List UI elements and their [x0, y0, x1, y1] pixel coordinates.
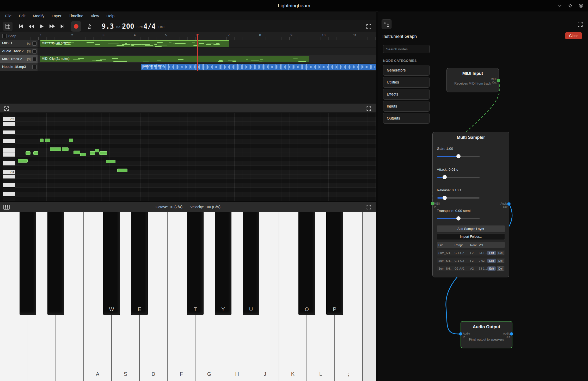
- piano-roll-note[interactable]: [45, 139, 50, 142]
- track-lane[interactable]: MIDI Clip (21 notes): [38, 55, 376, 63]
- tempo-display[interactable]: 200 BPM: [122, 20, 144, 32]
- snap-checkbox[interactable]: [2, 34, 7, 38]
- menu-help[interactable]: Help: [103, 11, 118, 20]
- keystrip-key[interactable]: [3, 166, 15, 170]
- track-lane[interactable]: [38, 47, 376, 55]
- track-lane[interactable]: MIDI Clip (40 notes): [38, 40, 376, 47]
- slider-track[interactable]: [437, 177, 480, 178]
- keystrip-key[interactable]: [3, 192, 15, 197]
- category-effects[interactable]: Effects: [383, 89, 430, 100]
- sampler-midi-in-port[interactable]: [431, 202, 434, 205]
- audio-clip[interactable]: Noodle 18.mp3: [141, 64, 376, 70]
- piano-roll-note[interactable]: [26, 151, 30, 155]
- keystrip-key[interactable]: C4: [3, 170, 15, 175]
- audio-output-in-port[interactable]: [459, 332, 462, 336]
- keystrip-key[interactable]: [3, 183, 15, 188]
- piano-roll-grid[interactable]: [15, 113, 376, 201]
- record-button[interactable]: [71, 21, 81, 32]
- track-checkbox[interactable]: [32, 65, 36, 69]
- import-folder-button[interactable]: Import Folder...: [437, 233, 505, 240]
- track-checkbox[interactable]: [32, 49, 36, 53]
- menu-file[interactable]: File: [2, 11, 15, 20]
- keystrip-key[interactable]: C5: [3, 117, 15, 122]
- slider-track[interactable]: [437, 197, 480, 199]
- category-inputs[interactable]: Inputs: [383, 101, 430, 112]
- keystrip-key[interactable]: [3, 179, 15, 183]
- piano-roll-note[interactable]: [69, 139, 73, 142]
- menu-timeline[interactable]: Timeline: [65, 11, 87, 20]
- slider-knob[interactable]: [456, 216, 461, 221]
- piano-roll-fit-button[interactable]: [3, 105, 10, 112]
- black-key[interactable]: Y: [215, 212, 231, 315]
- piano-roll-note[interactable]: [33, 151, 38, 155]
- black-key[interactable]: [20, 212, 36, 315]
- fast-forward-button[interactable]: [48, 23, 56, 30]
- edit-sample-button[interactable]: Edit: [487, 259, 496, 263]
- slider-knob[interactable]: [443, 175, 447, 179]
- black-key[interactable]: E: [131, 212, 148, 315]
- menu-view[interactable]: View: [87, 11, 103, 20]
- category-outputs[interactable]: Outputs: [383, 113, 430, 124]
- node-audio-output[interactable]: Audio Output AudioIn AudioOut Final outp…: [461, 321, 512, 348]
- delete-sample-button[interactable]: Del: [497, 259, 504, 263]
- play-button[interactable]: [38, 23, 45, 30]
- piano-roll-note[interactable]: [18, 159, 28, 163]
- search-nodes-input[interactable]: [383, 45, 430, 53]
- slider-track[interactable]: [437, 156, 480, 157]
- black-key[interactable]: [47, 212, 64, 315]
- timeline-fullscreen-button[interactable]: [365, 23, 373, 31]
- keystrip-key[interactable]: [3, 148, 15, 152]
- slider-track[interactable]: [437, 218, 480, 219]
- skip-start-button[interactable]: [17, 23, 24, 30]
- piano-roll-note[interactable]: [117, 169, 127, 172]
- piano-roll-fullscreen-button[interactable]: [365, 105, 372, 112]
- keystrip-key[interactable]: [3, 197, 15, 201]
- piano-roll-note[interactable]: [50, 147, 61, 151]
- keystrip-key[interactable]: [3, 122, 15, 126]
- track-header[interactable]: MIDI 1[A]: [0, 40, 38, 47]
- delete-sample-button[interactable]: Del: [497, 266, 504, 271]
- track-checkbox[interactable]: [32, 41, 36, 46]
- clear-graph-button[interactable]: Clear: [565, 32, 582, 39]
- minimize-icon[interactable]: [558, 4, 562, 8]
- midi-clip[interactable]: MIDI Clip (40 notes): [40, 40, 229, 47]
- keystrip-key[interactable]: [3, 113, 15, 117]
- black-key[interactable]: W: [103, 212, 120, 315]
- delete-sample-button[interactable]: Del: [497, 251, 504, 255]
- audio-output-out-port[interactable]: [510, 332, 513, 336]
- white-key[interactable]: [363, 212, 376, 381]
- black-key[interactable]: T: [187, 212, 204, 315]
- midi-out-port[interactable]: [497, 79, 500, 82]
- track-header[interactable]: Noodle 18.mp3: [0, 63, 38, 71]
- timeline-ruler[interactable]: Snap 1234567891011: [0, 32, 376, 40]
- piano-roll-playhead[interactable]: [50, 113, 50, 201]
- piano-roll-note[interactable]: [62, 147, 69, 151]
- piano-roll-keystrip[interactable]: C5C4: [3, 113, 15, 201]
- keystrip-key[interactable]: [3, 152, 15, 157]
- piano-roll-note[interactable]: [95, 149, 99, 152]
- keystrip-key[interactable]: [3, 161, 15, 166]
- menu-edit[interactable]: Edit: [15, 11, 29, 20]
- add-sample-layer-button[interactable]: Add Sample Layer: [437, 225, 505, 232]
- close-icon[interactable]: [579, 3, 583, 8]
- edit-sample-button[interactable]: Edit: [487, 251, 496, 255]
- category-generators[interactable]: Generators: [383, 65, 430, 76]
- track-header[interactable]: MIDI Track 2[N]: [0, 55, 38, 63]
- maximize-icon[interactable]: [568, 4, 572, 8]
- graph-view-button[interactable]: [382, 19, 391, 29]
- keystrip-key[interactable]: [3, 157, 15, 161]
- node-midi-input[interactable]: MIDI Input Receives MIDI from track MIDI…: [446, 68, 499, 92]
- black-key[interactable]: P: [326, 212, 343, 315]
- skip-end-button[interactable]: [59, 23, 66, 30]
- piano-roll-note[interactable]: [90, 151, 95, 155]
- keystrip-key[interactable]: [3, 139, 15, 144]
- timeline-mode-button[interactable]: [3, 22, 13, 31]
- slider-knob[interactable]: [456, 154, 461, 158]
- category-utilities[interactable]: Utilities: [383, 77, 430, 88]
- metronome-button[interactable]: [85, 22, 93, 30]
- rewind-button[interactable]: [28, 23, 35, 30]
- edit-sample-button[interactable]: Edit: [487, 266, 496, 271]
- midi-clip[interactable]: MIDI Clip (21 notes): [40, 56, 309, 62]
- piano-roll-note[interactable]: [99, 151, 107, 155]
- keystrip-key[interactable]: [3, 144, 15, 148]
